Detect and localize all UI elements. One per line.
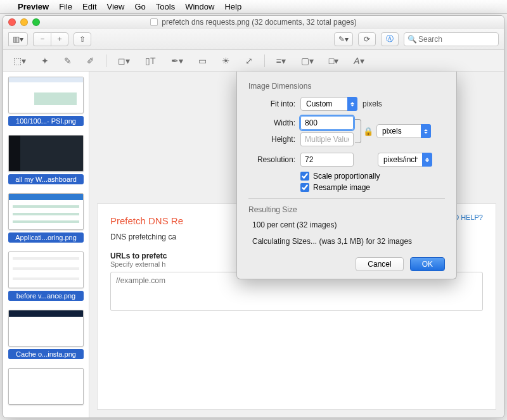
menu-window[interactable]: Window — [185, 2, 214, 11]
menu-view[interactable]: View — [107, 2, 125, 11]
thumbnail-item[interactable]: Cache o...insta.png — [8, 310, 84, 359]
zoom-group: － ＋ — [33, 32, 68, 46]
height-label: Height: — [248, 135, 295, 144]
search-icon: 🔍 — [408, 35, 417, 44]
fit-unit: pixels — [363, 99, 382, 108]
sign-button[interactable]: ✒▾ — [167, 54, 187, 68]
resample-image-checkbox[interactable]: Resample image — [300, 183, 445, 192]
minimize-window-button[interactable] — [20, 18, 28, 26]
zoom-window-button[interactable] — [32, 18, 40, 26]
thumbnail-label: 100/100...- PSI.png — [8, 116, 84, 126]
resolution-input[interactable] — [300, 153, 354, 167]
menu-tools[interactable]: Tools — [156, 2, 175, 11]
search-input[interactable] — [404, 32, 499, 46]
main-toolbar: ▥▾ － ＋ ⇧ ✎▾ ⟳ Ⓐ 🔍 — [3, 29, 504, 50]
fit-into-label: Fit into: — [248, 99, 295, 108]
thumbnail-item[interactable]: Applicati...oring.png — [8, 193, 84, 243]
sidebar-view-button[interactable]: ▥▾ — [8, 32, 28, 46]
ok-button[interactable]: OK — [410, 257, 445, 271]
note-button[interactable]: ▭ — [195, 54, 210, 68]
resolution-label: Resolution: — [248, 155, 295, 164]
thumbnail-label: Cache o...insta.png — [8, 349, 84, 359]
sketch-tool-button[interactable]: ✐ — [83, 54, 98, 68]
zoom-in-button[interactable]: ＋ — [51, 32, 68, 46]
lock-aspect-icon[interactable]: 🔒 — [363, 127, 374, 136]
markup-toolbar: ⬚▾ ✦ ✎ ✐ ◻▾ ▯T ✒▾ ▭ ☀ ⤢ ≡▾ ▢▾ □▾ A▾ — [3, 50, 504, 72]
dialog-section-dimensions: Image Dimensions — [248, 82, 445, 91]
toolbar-separator — [264, 54, 265, 67]
resulting-percent: 100 per cent (32 images) — [252, 220, 445, 229]
dropdown-arrows-icon — [421, 124, 431, 138]
dialog-divider — [248, 198, 445, 199]
width-input[interactable] — [300, 116, 354, 130]
instant-alpha-button[interactable]: ✦ — [37, 54, 53, 68]
rotate-button[interactable]: ⟳ — [358, 32, 376, 46]
app-menu[interactable]: Preview — [18, 2, 49, 11]
preview-window: prefetch dns requests.png (32 documents,… — [3, 15, 504, 418]
window-title: prefetch dns requests.png (32 documents,… — [162, 18, 357, 27]
selection-tool-button[interactable]: ⬚▾ — [10, 54, 30, 68]
highlight-tool-button[interactable]: ✎▾ — [334, 32, 353, 46]
thumbnail-label: before v...ance.png — [8, 291, 84, 301]
share-button[interactable]: ⇧ — [74, 32, 91, 46]
width-label: Width: — [248, 118, 295, 127]
thumbnail-item[interactable]: before v...ance.png — [8, 251, 84, 301]
system-menubar: Preview File Edit View Go Tools Window H… — [0, 0, 507, 14]
line-style-button[interactable]: ≡▾ — [273, 54, 290, 68]
window-titlebar[interactable]: prefetch dns requests.png (32 documents,… — [3, 16, 504, 29]
border-color-button[interactable]: ▢▾ — [297, 54, 318, 68]
text-tool-button[interactable]: ▯T — [141, 54, 160, 68]
scale-proportionally-checkbox[interactable]: Scale proportionally — [300, 172, 445, 181]
adjust-size-button[interactable]: ⤢ — [241, 54, 257, 68]
document-proxy-icon[interactable] — [150, 18, 158, 26]
adjust-color-button[interactable]: ☀ — [218, 54, 234, 68]
canvas-area: NEED HELP? Prefetch DNS Re DNS prefetchi… — [89, 72, 504, 417]
thumbnail-item[interactable]: 100/100...- PSI.png — [8, 77, 84, 126]
thumbnail-label: Applicati...oring.png — [8, 232, 84, 243]
thumbnail-item[interactable]: all my W...ashboard — [8, 135, 84, 184]
menu-go[interactable]: Go — [134, 2, 145, 11]
toolbar-separator — [106, 54, 106, 67]
dialog-section-resulting: Resulting Size — [248, 205, 445, 214]
markup-toggle-button[interactable]: Ⓐ — [381, 32, 399, 46]
link-brace-icon — [355, 119, 361, 143]
thumbnail-sidebar[interactable]: 100/100...- PSI.png all my W...ashboard … — [3, 72, 89, 417]
adjust-size-dialog: Image Dimensions Fit into: Custom pixels… — [236, 72, 457, 279]
workspace: 100/100...- PSI.png all my W...ashboard … — [3, 72, 504, 417]
menu-file[interactable]: File — [59, 2, 72, 11]
zoom-out-button[interactable]: － — [33, 32, 51, 46]
shapes-button[interactable]: ◻▾ — [114, 54, 134, 68]
height-input[interactable] — [300, 132, 354, 146]
window-controls — [8, 18, 40, 26]
view-mode-group: ▥▾ — [8, 32, 28, 46]
menu-help[interactable]: Help — [224, 2, 241, 11]
thumbnail-item[interactable] — [8, 368, 84, 405]
resulting-size-text: Calculating Sizes... (was 3,1 MB) for 32… — [252, 237, 445, 246]
thumbnail-label: all my W...ashboard — [8, 174, 84, 184]
menu-edit[interactable]: Edit — [82, 2, 96, 11]
lasso-tool-button[interactable]: ✎ — [60, 54, 75, 68]
search-field-wrap: 🔍 — [404, 32, 499, 46]
dropdown-arrows-icon — [422, 153, 432, 167]
text-style-button[interactable]: A▾ — [350, 54, 368, 68]
close-window-button[interactable] — [8, 18, 16, 26]
fill-color-button[interactable]: □▾ — [325, 54, 342, 68]
cancel-button[interactable]: Cancel — [356, 257, 403, 271]
dropdown-arrows-icon — [347, 97, 357, 111]
